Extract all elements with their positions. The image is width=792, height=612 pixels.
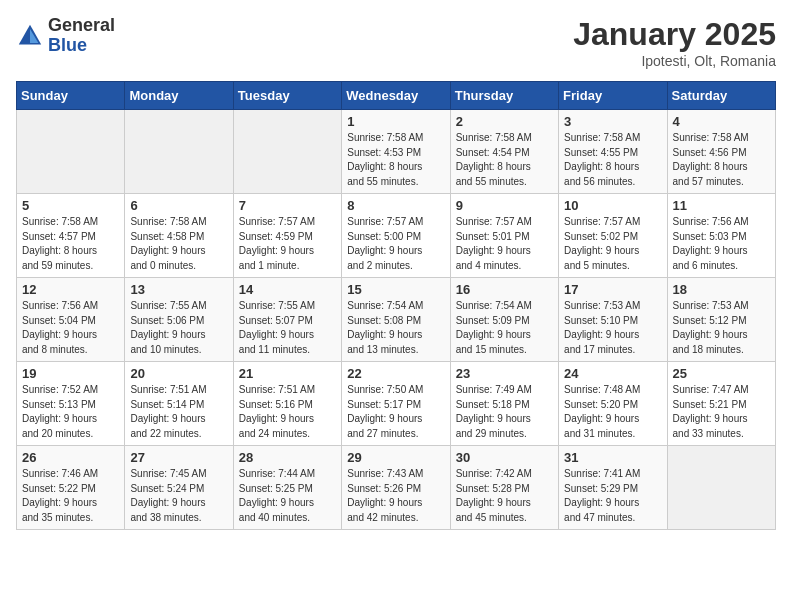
day-info: Sunrise: 7:41 AM Sunset: 5:29 PM Dayligh… [564,467,661,525]
day-number: 18 [673,282,770,297]
day-number: 3 [564,114,661,129]
day-number: 5 [22,198,119,213]
day-number: 24 [564,366,661,381]
day-number: 21 [239,366,336,381]
day-number: 17 [564,282,661,297]
month-title: January 2025 [573,16,776,53]
calendar-cell: 26Sunrise: 7:46 AM Sunset: 5:22 PM Dayli… [17,446,125,530]
day-info: Sunrise: 7:57 AM Sunset: 4:59 PM Dayligh… [239,215,336,273]
day-info: Sunrise: 7:55 AM Sunset: 5:07 PM Dayligh… [239,299,336,357]
calendar-cell: 30Sunrise: 7:42 AM Sunset: 5:28 PM Dayli… [450,446,558,530]
calendar-week-row: 26Sunrise: 7:46 AM Sunset: 5:22 PM Dayli… [17,446,776,530]
day-info: Sunrise: 7:58 AM Sunset: 4:57 PM Dayligh… [22,215,119,273]
calendar-cell: 19Sunrise: 7:52 AM Sunset: 5:13 PM Dayli… [17,362,125,446]
day-number: 8 [347,198,444,213]
page-header: General Blue January 2025 Ipotesti, Olt,… [16,16,776,69]
calendar-cell: 7Sunrise: 7:57 AM Sunset: 4:59 PM Daylig… [233,194,341,278]
day-info: Sunrise: 7:57 AM Sunset: 5:01 PM Dayligh… [456,215,553,273]
day-number: 29 [347,450,444,465]
logo: General Blue [16,16,115,56]
day-number: 7 [239,198,336,213]
day-info: Sunrise: 7:54 AM Sunset: 5:09 PM Dayligh… [456,299,553,357]
day-info: Sunrise: 7:53 AM Sunset: 5:10 PM Dayligh… [564,299,661,357]
day-number: 31 [564,450,661,465]
day-number: 27 [130,450,227,465]
calendar-cell: 12Sunrise: 7:56 AM Sunset: 5:04 PM Dayli… [17,278,125,362]
day-info: Sunrise: 7:46 AM Sunset: 5:22 PM Dayligh… [22,467,119,525]
day-number: 28 [239,450,336,465]
calendar-cell: 10Sunrise: 7:57 AM Sunset: 5:02 PM Dayli… [559,194,667,278]
calendar-week-row: 19Sunrise: 7:52 AM Sunset: 5:13 PM Dayli… [17,362,776,446]
day-number: 16 [456,282,553,297]
calendar-cell: 6Sunrise: 7:58 AM Sunset: 4:58 PM Daylig… [125,194,233,278]
day-info: Sunrise: 7:48 AM Sunset: 5:20 PM Dayligh… [564,383,661,441]
logo-blue: Blue [48,36,115,56]
day-number: 6 [130,198,227,213]
day-number: 4 [673,114,770,129]
calendar-cell: 9Sunrise: 7:57 AM Sunset: 5:01 PM Daylig… [450,194,558,278]
day-info: Sunrise: 7:43 AM Sunset: 5:26 PM Dayligh… [347,467,444,525]
day-info: Sunrise: 7:58 AM Sunset: 4:55 PM Dayligh… [564,131,661,189]
day-info: Sunrise: 7:50 AM Sunset: 5:17 PM Dayligh… [347,383,444,441]
logo-text: General Blue [48,16,115,56]
day-number: 30 [456,450,553,465]
day-info: Sunrise: 7:58 AM Sunset: 4:54 PM Dayligh… [456,131,553,189]
weekday-header: Wednesday [342,82,450,110]
day-info: Sunrise: 7:56 AM Sunset: 5:03 PM Dayligh… [673,215,770,273]
day-number: 23 [456,366,553,381]
day-number: 25 [673,366,770,381]
calendar-cell: 23Sunrise: 7:49 AM Sunset: 5:18 PM Dayli… [450,362,558,446]
calendar-cell: 28Sunrise: 7:44 AM Sunset: 5:25 PM Dayli… [233,446,341,530]
calendar-cell: 2Sunrise: 7:58 AM Sunset: 4:54 PM Daylig… [450,110,558,194]
day-info: Sunrise: 7:49 AM Sunset: 5:18 PM Dayligh… [456,383,553,441]
calendar-cell: 31Sunrise: 7:41 AM Sunset: 5:29 PM Dayli… [559,446,667,530]
calendar-cell [233,110,341,194]
calendar-week-row: 12Sunrise: 7:56 AM Sunset: 5:04 PM Dayli… [17,278,776,362]
day-number: 22 [347,366,444,381]
location: Ipotesti, Olt, Romania [573,53,776,69]
day-number: 10 [564,198,661,213]
day-info: Sunrise: 7:42 AM Sunset: 5:28 PM Dayligh… [456,467,553,525]
calendar-cell: 13Sunrise: 7:55 AM Sunset: 5:06 PM Dayli… [125,278,233,362]
day-info: Sunrise: 7:53 AM Sunset: 5:12 PM Dayligh… [673,299,770,357]
calendar-cell: 27Sunrise: 7:45 AM Sunset: 5:24 PM Dayli… [125,446,233,530]
calendar-cell: 11Sunrise: 7:56 AM Sunset: 5:03 PM Dayli… [667,194,775,278]
day-number: 1 [347,114,444,129]
calendar-cell: 18Sunrise: 7:53 AM Sunset: 5:12 PM Dayli… [667,278,775,362]
day-number: 2 [456,114,553,129]
day-info: Sunrise: 7:51 AM Sunset: 5:16 PM Dayligh… [239,383,336,441]
weekday-header: Friday [559,82,667,110]
day-number: 13 [130,282,227,297]
weekday-header: Saturday [667,82,775,110]
day-number: 26 [22,450,119,465]
weekday-header: Sunday [17,82,125,110]
day-info: Sunrise: 7:51 AM Sunset: 5:14 PM Dayligh… [130,383,227,441]
calendar-week-row: 1Sunrise: 7:58 AM Sunset: 4:53 PM Daylig… [17,110,776,194]
calendar-cell: 3Sunrise: 7:58 AM Sunset: 4:55 PM Daylig… [559,110,667,194]
day-number: 12 [22,282,119,297]
calendar-cell: 14Sunrise: 7:55 AM Sunset: 5:07 PM Dayli… [233,278,341,362]
day-info: Sunrise: 7:52 AM Sunset: 5:13 PM Dayligh… [22,383,119,441]
day-info: Sunrise: 7:58 AM Sunset: 4:53 PM Dayligh… [347,131,444,189]
calendar-cell [667,446,775,530]
calendar-cell: 4Sunrise: 7:58 AM Sunset: 4:56 PM Daylig… [667,110,775,194]
calendar-cell: 25Sunrise: 7:47 AM Sunset: 5:21 PM Dayli… [667,362,775,446]
day-number: 14 [239,282,336,297]
weekday-header-row: SundayMondayTuesdayWednesdayThursdayFrid… [17,82,776,110]
day-info: Sunrise: 7:45 AM Sunset: 5:24 PM Dayligh… [130,467,227,525]
weekday-header: Tuesday [233,82,341,110]
calendar-cell: 24Sunrise: 7:48 AM Sunset: 5:20 PM Dayli… [559,362,667,446]
calendar-cell [17,110,125,194]
calendar-cell: 20Sunrise: 7:51 AM Sunset: 5:14 PM Dayli… [125,362,233,446]
calendar-cell [125,110,233,194]
calendar-cell: 21Sunrise: 7:51 AM Sunset: 5:16 PM Dayli… [233,362,341,446]
calendar-cell: 22Sunrise: 7:50 AM Sunset: 5:17 PM Dayli… [342,362,450,446]
day-info: Sunrise: 7:58 AM Sunset: 4:56 PM Dayligh… [673,131,770,189]
day-info: Sunrise: 7:56 AM Sunset: 5:04 PM Dayligh… [22,299,119,357]
calendar-cell: 16Sunrise: 7:54 AM Sunset: 5:09 PM Dayli… [450,278,558,362]
day-number: 15 [347,282,444,297]
day-info: Sunrise: 7:57 AM Sunset: 5:00 PM Dayligh… [347,215,444,273]
day-info: Sunrise: 7:44 AM Sunset: 5:25 PM Dayligh… [239,467,336,525]
day-info: Sunrise: 7:54 AM Sunset: 5:08 PM Dayligh… [347,299,444,357]
day-info: Sunrise: 7:47 AM Sunset: 5:21 PM Dayligh… [673,383,770,441]
